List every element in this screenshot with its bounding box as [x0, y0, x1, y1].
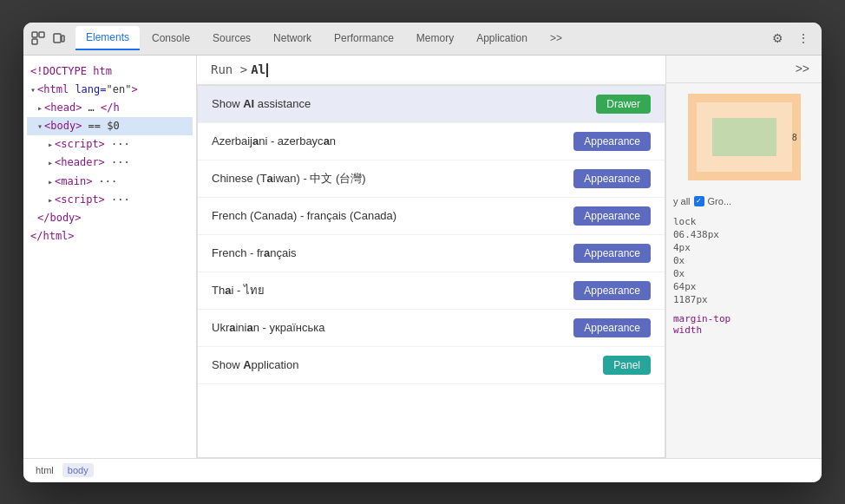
tab-console[interactable]: Console	[141, 27, 200, 49]
result-thai[interactable]: Thai - ไทย Appearance	[198, 272, 665, 310]
box-margin: 8	[688, 94, 801, 180]
box-border	[697, 102, 792, 172]
css-props-panel: margin-top width	[666, 310, 822, 339]
tab-elements[interactable]: Elements	[75, 26, 140, 50]
tab-bar-actions: ⚙ ⋮	[766, 27, 815, 49]
css-prop-margin-top: margin-top	[673, 313, 815, 324]
css-prop-width: width	[673, 324, 815, 336]
breadcrumb-body[interactable]: body	[62, 463, 94, 477]
command-input-text: Al	[251, 62, 265, 76]
prop-row: 06.438px	[673, 228, 815, 241]
badge-drawer[interactable]: Drawer	[596, 95, 651, 114]
badge-appearance-azerbaijani[interactable]: Appearance	[573, 132, 651, 151]
svg-rect-3	[54, 34, 61, 43]
box-padding	[712, 118, 776, 156]
tab-sources[interactable]: Sources	[202, 27, 261, 49]
tab-bar-icons	[30, 30, 67, 46]
result-chinese-taiwan[interactable]: Chinese (Taiwan) - 中文 (台灣) Appearance	[198, 160, 665, 198]
devtools-window: Elements Console Sources Network Perform…	[23, 23, 822, 482]
badge-panel[interactable]: Panel	[603, 356, 651, 375]
result-text-chinese-taiwan: Chinese (Taiwan) - 中文 (台灣)	[212, 171, 366, 187]
right-info: y all ✓ Gro...	[666, 191, 822, 212]
box-model: 8	[688, 94, 801, 180]
checkbox-group[interactable]: ✓	[694, 196, 704, 206]
badge-appearance-chinese[interactable]: Appearance	[573, 169, 651, 188]
dom-line[interactable]: ▸<main> ···	[27, 173, 193, 191]
dom-line: <!DOCTYPE htm	[27, 62, 193, 81]
bottom-bar: html body	[23, 458, 822, 482]
result-text-french: French - français	[212, 246, 297, 259]
right-info-row-1: y all ✓ Gro...	[673, 194, 815, 208]
svg-rect-4	[62, 36, 64, 42]
right-props: lock 06.438px 4px 0x 0x 64px 1187px	[666, 212, 822, 310]
prop-row: lock	[673, 215, 815, 228]
command-cursor	[266, 63, 268, 77]
tab-bar: Elements Console Sources Network Perform…	[23, 23, 822, 56]
prop-row: 1187px	[673, 293, 815, 306]
svg-rect-0	[32, 32, 37, 37]
dom-line: </html>	[27, 227, 193, 245]
command-prefix: Run >	[211, 62, 247, 76]
prop-row: 64px	[673, 280, 815, 293]
checkbox-label-2: Gro...	[708, 196, 732, 206]
dom-line[interactable]: ▸<script> ···	[27, 191, 193, 209]
result-text-show-ai: Show AI assistance	[212, 97, 311, 110]
dom-line[interactable]: ▸<header> ···	[27, 154, 193, 172]
command-palette: Run > Al Show AI assistance Drawer	[197, 56, 665, 458]
right-panel: >> 8	[665, 56, 822, 458]
center-area: Run > Al Show AI assistance Drawer	[197, 56, 665, 458]
badge-appearance-thai[interactable]: Appearance	[573, 281, 651, 300]
dom-line[interactable]: ▸<script> ···	[27, 135, 193, 154]
tab-network[interactable]: Network	[263, 27, 322, 49]
dom-line[interactable]: ▾<html lang="en">	[27, 81, 193, 99]
tab-application[interactable]: Application	[466, 27, 538, 49]
more-options-button[interactable]: ⋮	[792, 27, 815, 49]
command-results-list: Show AI assistance Drawer Azerbaijani - …	[197, 85, 665, 458]
result-french[interactable]: French - français Appearance	[198, 235, 665, 272]
right-panel-top: >>	[666, 56, 822, 83]
dom-line: </body>	[27, 209, 193, 227]
tab-more[interactable]: >>	[540, 27, 573, 49]
result-french-canada[interactable]: French (Canada) - français (Canada) Appe…	[198, 198, 665, 235]
prop-row: 0x	[673, 267, 815, 280]
svg-rect-2	[32, 39, 37, 44]
badge-appearance-french-canada[interactable]: Appearance	[573, 206, 651, 226]
checkbox-label-1: y all	[673, 196, 691, 206]
result-azerbaijani[interactable]: Azerbaijani - azerbaycan Appearance	[198, 123, 665, 160]
prop-row: 4px	[673, 241, 815, 254]
main-area: <!DOCTYPE htm ▾<html lang="en"> ▸<head> …	[23, 56, 822, 458]
box-number: 8	[792, 132, 797, 141]
svg-rect-1	[39, 32, 44, 37]
tab-memory[interactable]: Memory	[406, 27, 464, 49]
badge-appearance-ukrainian[interactable]: Appearance	[573, 318, 651, 337]
result-show-ai[interactable]: Show AI assistance Drawer	[198, 86, 665, 123]
dom-tree-panel: <!DOCTYPE htm ▾<html lang="en"> ▸<head> …	[23, 56, 197, 458]
breadcrumb-html[interactable]: html	[30, 463, 59, 477]
badge-appearance-french[interactable]: Appearance	[573, 244, 651, 263]
settings-button[interactable]: ⚙	[766, 27, 789, 49]
result-text-french-canada: French (Canada) - français (Canada)	[212, 209, 396, 222]
dom-line-body[interactable]: ▾<body> == $0	[27, 117, 193, 135]
right-panel-chevron[interactable]: >>	[790, 60, 815, 77]
prop-row: 0x	[673, 254, 815, 267]
command-input-display[interactable]: Al	[251, 62, 268, 77]
dom-line[interactable]: ▸<head> … </h	[27, 99, 193, 117]
result-show-application[interactable]: Show Application Panel	[198, 347, 665, 384]
result-text-thai: Thai - ไทย	[212, 281, 265, 299]
result-ukrainian[interactable]: Ukrainian - українська Appearance	[198, 310, 665, 347]
result-text-show-application: Show Application	[212, 358, 298, 371]
inspect-icon[interactable]	[30, 30, 46, 46]
command-input-row: Run > Al	[197, 56, 665, 85]
result-text-ukrainian: Ukrainian - українська	[212, 321, 324, 334]
result-text-azerbaijani: Azerbaijani - azerbaycan	[212, 134, 336, 147]
device-icon[interactable]	[51, 30, 67, 46]
tab-performance[interactable]: Performance	[324, 27, 404, 49]
box-model-area: 8	[666, 83, 822, 191]
